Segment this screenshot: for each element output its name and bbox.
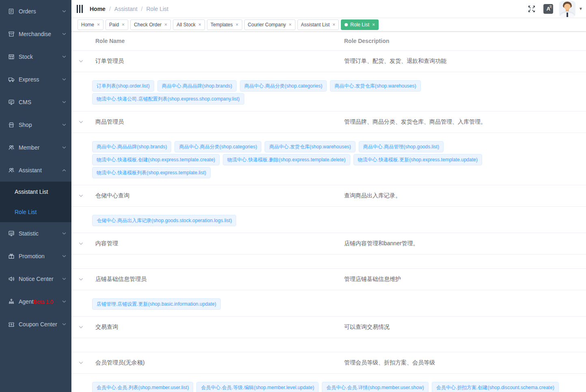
sidebar-subitem-assistant-list[interactable]: Assistant List (0, 182, 71, 202)
beta-badge: Beta 1.0 (34, 299, 53, 305)
tab-role-list[interactable]: Role List× (341, 19, 379, 30)
sidebar-subitem-role-list[interactable]: Role List (0, 202, 71, 222)
permission-tag[interactable]: 物流中心.快递模板.删除(shop.express.template.delet… (223, 154, 350, 165)
expand-chevron-icon[interactable] (78, 277, 84, 282)
tab-templates[interactable]: Templates× (207, 19, 242, 30)
permission-tag[interactable]: 商品中心.商品品牌(shop.brands) (92, 141, 171, 152)
sidebar-item-statistic[interactable]: Statistic (0, 222, 71, 245)
chevron-down-icon (62, 299, 67, 304)
permission-tag[interactable]: 商品中心.商品分类(shop.categories) (175, 141, 261, 152)
sidebar-item-cms[interactable]: CMS (0, 91, 71, 114)
close-icon[interactable]: × (164, 22, 167, 27)
tab-all-stock[interactable]: All Stock× (173, 19, 205, 30)
permission-tag[interactable]: 会员中心.会员.等级.编辑(shop.member.level.update) (196, 382, 319, 392)
sidebar-item-shop[interactable]: Shop (0, 114, 71, 136)
permission-tag[interactable]: 店铺管理.店铺设置.更新(shop.basic.information.upda… (92, 298, 221, 310)
expand-chevron-icon[interactable] (78, 325, 84, 330)
breadcrumb: Home/Assistant/Role List (90, 6, 168, 12)
permission-tag[interactable]: 物流中心.快递公司.店铺配置列表(shop.express.shop.compa… (92, 93, 244, 105)
sidebar-item-label: Orders (19, 8, 36, 15)
permission-tag[interactable]: 订单列表(shop.order.list) (92, 80, 154, 92)
permission-tag[interactable]: 商品中心.发货仓库(shop.warehouses) (265, 141, 355, 152)
sidebar-item-label: Promotion (19, 253, 45, 259)
tab-home[interactable]: Home× (78, 19, 103, 30)
permission-tag[interactable]: 物流中心.快递模板.更新(shop.express.template.updat… (353, 154, 482, 165)
close-icon[interactable]: × (236, 22, 239, 27)
sidebar-item-agent[interactable]: AgentBeta 1.0 (0, 290, 71, 313)
sidebar-item-member[interactable]: Member (0, 136, 71, 159)
app-root: OrdersMerchandiseStockExpressCMSShopMemb… (0, 0, 586, 392)
permission-tag-list: 店铺管理.店铺设置.更新(shop.basic.information.upda… (92, 298, 571, 311)
table-row[interactable]: 店铺基础信息管理员管理店铺基础信息维护 (71, 269, 586, 290)
user-avatar[interactable] (559, 1, 575, 17)
language-switch-icon[interactable]: A 文 (543, 4, 553, 14)
close-icon[interactable]: × (122, 22, 125, 27)
tab-label: Courier Company (248, 22, 286, 28)
sidebar-menu: OrdersMerchandiseStockExpressCMSShopMemb… (0, 0, 71, 336)
fullscreen-icon[interactable] (527, 4, 536, 13)
close-icon[interactable]: × (289, 22, 292, 27)
permission-tag[interactable]: 物流中心.快递模板.创建(shop.express.template.creat… (92, 154, 220, 165)
promotion-icon (8, 253, 15, 259)
sidebar: OrdersMerchandiseStockExpressCMSShopMemb… (0, 0, 71, 392)
tab-paid[interactable]: Paid× (106, 19, 128, 30)
sidebar-item-label: Statistic (19, 230, 39, 237)
table-row[interactable]: 内容管理店铺内容管理和banner管理。 (71, 233, 586, 255)
expand-chevron-icon[interactable] (78, 193, 84, 199)
member-icon (8, 144, 15, 151)
expand-chevron-icon[interactable] (78, 59, 84, 64)
permission-tag[interactable]: 物流中心.快递模板列表(shop.express.template.list) (92, 167, 211, 178)
top-navbar: Home/Assistant/Role List A 文 (71, 0, 586, 18)
sidebar-toggle-icon[interactable] (71, 0, 90, 17)
permission-tag[interactable]: 仓储中心.商品出入库记录(shop.goods.stock.operation.… (92, 215, 236, 226)
tab-check-order[interactable]: Check Order× (130, 19, 171, 30)
sidebar-item-promotion[interactable]: Promotion (0, 245, 71, 268)
sidebar-item-label: CMS (19, 99, 31, 105)
table-row[interactable]: 仓储中心查询查询商品出入库记录。 (71, 185, 586, 207)
close-icon[interactable]: × (198, 22, 201, 27)
sidebar-item-orders[interactable]: Orders (0, 0, 71, 23)
tab-label: Paid (109, 22, 119, 28)
table-row[interactable]: 交易查询可以查询交易情况 (71, 317, 586, 338)
role-name-cell: 订单管理员 (71, 58, 344, 65)
close-icon[interactable]: × (372, 22, 375, 27)
agent-icon (8, 298, 15, 305)
permission-tag[interactable]: 会员中心.会员.详情(shop.member.user.show) (322, 382, 429, 392)
breadcrumb-item[interactable]: Assistant (114, 6, 138, 12)
table-row[interactable]: 会员管理员(无余额)管理会员等级、折扣方案、会员等级 (71, 352, 586, 374)
permission-tag[interactable]: 商品中心.发货仓库(shop.warehouses) (330, 80, 420, 92)
close-icon[interactable]: × (97, 22, 100, 27)
tab-label: Check Order (134, 22, 162, 28)
chevron-down-icon (62, 254, 67, 259)
sidebar-item-merchandise[interactable]: Merchandise (0, 23, 71, 45)
permission-tag[interactable]: 商品中心.商品分类(shop.categories) (240, 80, 327, 92)
permission-tag[interactable]: 会员中心.折扣方案.创建(shop.discount.schema.create… (432, 382, 559, 392)
role-name-cell: 内容管理 (71, 240, 344, 247)
table-row[interactable]: 订单管理员管理订单、配货、发货、退款和查询功能 (71, 51, 586, 72)
sidebar-item-coupon-center[interactable]: Coupon Center (0, 313, 71, 336)
table-row[interactable]: 商品管理员管理品牌、商品分类、发货仓库、商品管理、入库管理。 (71, 111, 586, 133)
expanded-permissions-row: 商品中心.商品品牌(shop.brands)商品中心.商品分类(shop.cat… (71, 133, 586, 185)
sidebar-item-notice-center[interactable]: Notice Center (0, 268, 71, 290)
tab-courier-company[interactable]: Courier Company× (244, 19, 295, 30)
expand-chevron-icon[interactable] (78, 241, 84, 246)
coupon-center-icon (8, 321, 15, 328)
permission-tag[interactable]: 商品中心.商品管理(shop.goods.list) (359, 141, 444, 152)
permission-tag[interactable]: 商品中心.商品品牌(shop.brands) (157, 80, 237, 92)
expand-chevron-icon[interactable] (78, 360, 84, 366)
sidebar-item-stock[interactable]: Stock (0, 45, 71, 68)
user-menu-caret-icon[interactable]: ▼ (579, 6, 583, 11)
sidebar-submenu: Assistant ListRole List (0, 182, 71, 222)
merchandise-icon (8, 31, 15, 37)
breadcrumb-item[interactable]: Role List (146, 6, 168, 12)
chevron-down-icon (62, 77, 67, 82)
expand-chevron-icon[interactable] (78, 120, 84, 125)
tab-assistant-list[interactable]: Assistant List× (297, 19, 339, 30)
sidebar-item-assistant[interactable]: Assistant (0, 159, 71, 182)
permission-tag[interactable]: 会员中心.会员.列表(shop.member.user.list) (92, 382, 193, 392)
sidebar-item-label: Agent (19, 298, 34, 305)
close-icon[interactable]: × (332, 22, 335, 27)
role-name-cell: 店铺基础信息管理员 (71, 276, 344, 283)
notice-center-icon (8, 276, 15, 282)
sidebar-item-express[interactable]: Express (0, 68, 71, 91)
